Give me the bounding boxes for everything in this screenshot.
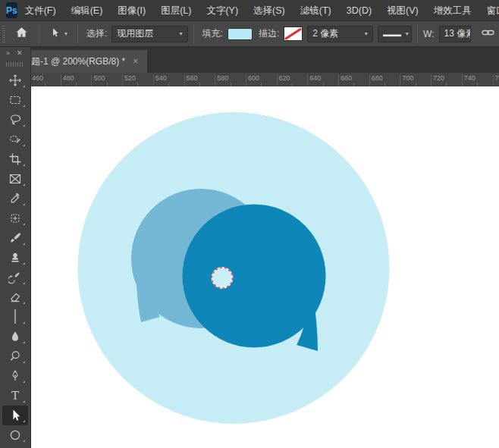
gradient-icon [14,310,16,324]
ruler-label: 740 [464,74,475,82]
ruler-tick [184,74,185,86]
path-selection-tool-icon [49,27,60,41]
menu-3d[interactable]: 3D(D) [339,0,379,21]
tool-pen[interactable] [2,366,28,386]
menu-edit[interactable]: 编辑(E) [64,0,111,21]
ruler-label: 520 [124,74,136,82]
stroke-size-dropdown[interactable]: 2 像素 ▾ [307,26,373,42]
ruler-label: 760 [495,74,499,82]
ruler-minor-tick [107,83,108,86]
tool-dodge[interactable] [2,346,28,366]
document-area: 题-1 @ 200%(RGB/8) * × 460480500520540560… [31,47,499,448]
ruler-tick [431,74,432,86]
menu-filter[interactable]: 滤镜(T) [293,0,339,21]
eyedropper-icon [8,192,22,205]
menu-select[interactable]: 选择(S) [246,0,293,21]
menu-layer[interactable]: 图层(L) [153,0,199,21]
chevron-down-icon: ▾ [60,30,67,37]
fill-label: 填充: [202,27,223,40]
separator [39,24,39,44]
frame-icon [8,172,22,186]
stroke-style-dropdown[interactable]: ▾ [378,26,412,42]
chain-link-icon [482,28,494,39]
tool-spot-healing-brush[interactable] [2,208,28,228]
tool-blur[interactable] [2,327,28,346]
ruler-label: 720 [433,74,444,82]
tool-brush[interactable] [2,228,28,248]
panel-close-icon[interactable]: ✕ [17,49,23,60]
chevron-down-icon: ▾ [401,30,409,37]
ruler-tick [246,74,246,86]
move-icon [8,74,22,87]
tool-move[interactable] [2,70,28,90]
tool-gradient[interactable] [2,307,28,327]
type-tool-icon: T [11,390,19,402]
shape-width-value: 13 像素 [444,27,471,40]
marquee-icon [8,93,22,107]
tool-rectangular-marquee[interactable] [2,90,28,110]
tool-path-selection[interactable] [2,406,28,425]
separator [193,24,194,44]
elliptical-selection[interactable] [212,268,233,288]
document-tab[interactable]: 题-1 @ 200%(RGB/8) * × [31,50,147,73]
fill-swatch[interactable] [228,28,253,40]
separator [77,24,78,44]
ruler-tick [307,74,308,86]
tool-object-selection[interactable] [2,130,28,149]
panel-collapse-icon[interactable]: » [6,49,10,60]
options-bar-grabber[interactable] [2,26,5,42]
ruler-minor-tick [353,83,354,86]
select-mode-dropdown[interactable]: 现用图层 ▾ [111,26,187,42]
horizontal-ruler[interactable]: 4604805005205405605806006206406606807007… [31,73,499,86]
tool-history-brush[interactable] [2,268,28,287]
menu-window[interactable]: 窗口(W) [479,0,499,21]
ruler-label: 660 [341,74,352,82]
menu-file[interactable]: 文件(F) [17,0,64,21]
object-selection-icon [8,133,22,146]
document-tab-bar: 题-1 @ 200%(RGB/8) * × [31,47,499,73]
ruler-tick [91,74,92,86]
ruler-tick [369,74,370,86]
ruler-tick [122,74,123,86]
ruler-tick [153,74,154,86]
canvas[interactable] [31,86,499,448]
link-dimensions-button[interactable] [477,23,499,45]
stroke-swatch[interactable] [284,27,303,41]
tool-crop[interactable] [2,149,28,169]
menu-view[interactable]: 视图(V) [379,0,426,21]
ruler-minor-tick [384,83,385,86]
ruler-label: 540 [155,74,167,82]
tool-preset-button[interactable]: ▾ [45,23,72,45]
tool-ellipse[interactable] [2,425,28,445]
ruler-minor-tick [446,83,447,86]
home-button[interactable] [10,23,33,45]
tool-type[interactable]: T [2,386,28,406]
document-tab-title: 题-1 @ 200%(RGB/8) * [31,55,131,68]
history-brush-icon [8,271,22,284]
ruler-minor-tick [416,83,416,86]
tools-panel-grabber[interactable] [6,62,24,67]
lasso-icon [8,113,22,127]
menu-image[interactable]: 图像(I) [110,0,153,21]
options-bar: ▾ 选择: 现用图层 ▾ 填充: 描边: 2 像素 ▾ ▾ W: 13 像素 [0,21,499,47]
menu-type[interactable]: 文字(Y) [199,0,246,21]
ruler-minor-tick [477,83,478,86]
tools-panel-header: » ✕ [0,47,30,60]
tab-close-icon[interactable]: × [131,56,140,67]
home-icon [14,26,29,42]
tool-eraser[interactable] [2,287,28,307]
shape-width-input[interactable]: 13 像素 [439,26,471,42]
artwork [31,86,498,448]
ruler-minor-tick [45,83,46,86]
ruler-label: 500 [93,74,105,82]
clone-stamp-icon [8,251,22,265]
tool-eyedropper[interactable] [2,189,28,208]
menu-plugins[interactable]: 增效工具 [426,0,479,21]
ruler-tick [493,74,494,86]
water-drop-icon [8,330,22,343]
select-mode-value: 现用图层 [117,27,153,40]
tool-lasso[interactable] [2,110,28,130]
tool-clone-stamp[interactable] [2,248,28,268]
tool-frame[interactable] [2,169,28,189]
ruler-tick [338,74,339,86]
